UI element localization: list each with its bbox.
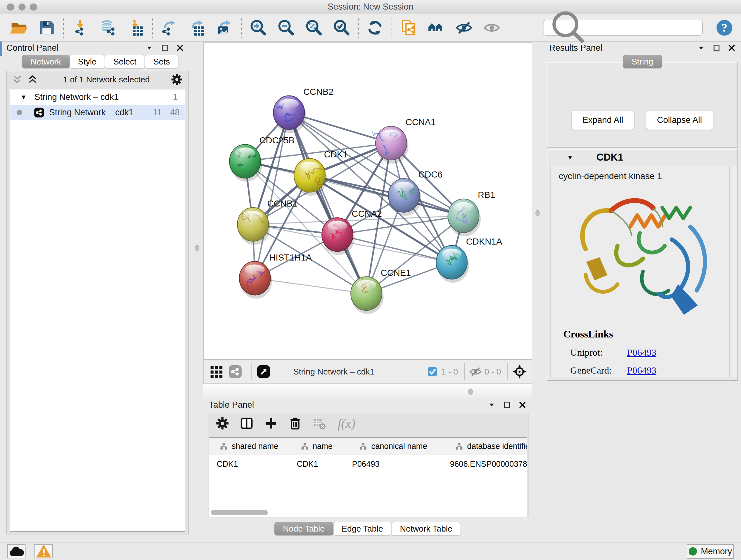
collapse-all-icon[interactable]	[12, 74, 23, 85]
first-neighbors-button[interactable]	[427, 18, 446, 37]
grid-mode-icon[interactable]	[209, 364, 223, 379]
network-share-badge-icon[interactable]	[228, 364, 243, 379]
column-header-canonical-name[interactable]: canonical name	[344, 438, 442, 455]
table-row[interactable]: CDK1CDK1P064939606.ENSP00000378699cyclin…	[209, 455, 527, 473]
import-network-from-file-button[interactable]	[71, 18, 89, 37]
cloud-button[interactable]	[7, 544, 25, 558]
node-RB1[interactable]	[448, 199, 481, 236]
zoom-out-button[interactable]	[277, 18, 295, 37]
open-session-button[interactable]	[10, 18, 28, 37]
crosslink-link[interactable]: P06493	[627, 347, 657, 358]
node-CDKN1A[interactable]	[436, 246, 469, 283]
tab-select[interactable]: Select	[105, 55, 145, 68]
warnings-button[interactable]	[35, 544, 53, 558]
node-CCNA2[interactable]	[322, 217, 354, 255]
export-network-button[interactable]	[160, 18, 179, 37]
node-CDC6[interactable]	[388, 179, 421, 216]
first-neighbors-icon	[428, 19, 445, 37]
new-network-from-selection-button[interactable]	[399, 18, 418, 37]
zoom-in-button[interactable]	[249, 18, 267, 37]
expand-all-icon[interactable]	[27, 74, 38, 85]
node-CCNB2[interactable]	[273, 96, 307, 133]
show-all-button[interactable]	[482, 18, 501, 37]
search-input[interactable]	[591, 23, 698, 33]
node-label-CCNB1: CCNB1	[267, 199, 298, 208]
panel-menu-icon[interactable]	[145, 44, 153, 52]
network-canvas[interactable]: CCNB2CCNA1CDC25BCDK1CDC6RB1CCNB1CCNA2CDK…	[203, 43, 532, 360]
tab-sets[interactable]: Sets	[145, 55, 179, 68]
table-settings-gear-icon[interactable]	[215, 416, 230, 431]
toolbar-separator	[152, 18, 153, 38]
network-row-selected[interactable]: String Network – cdk1 11 48	[10, 105, 185, 120]
zoom-fit-content-button[interactable]	[305, 18, 323, 37]
show-columns-icon[interactable]	[239, 416, 254, 431]
zoom-selected-region-button[interactable]	[332, 18, 351, 37]
tab-label: Sets	[153, 57, 170, 67]
hidden-count: 0 - 0	[484, 367, 501, 377]
network-edge-count: 48	[162, 108, 180, 118]
tab-network[interactable]: Network	[22, 55, 70, 68]
export-table-button[interactable]	[188, 18, 206, 37]
cell-name[interactable]: CDK1	[289, 455, 344, 473]
toolbar-separator	[392, 18, 392, 38]
expand-all-button[interactable]: Expand All	[571, 110, 634, 130]
node-HIST1H1A[interactable]	[239, 261, 272, 299]
cell-canonical-name[interactable]: P06493	[344, 455, 442, 473]
tab-node-table[interactable]: Node Table	[274, 522, 333, 536]
panel-float-icon[interactable]	[160, 44, 169, 52]
panel-float-icon[interactable]	[503, 401, 511, 409]
node-CCNE1[interactable]	[351, 277, 384, 314]
show-all-icon	[483, 19, 500, 37]
tab-label: Node Table	[283, 524, 325, 534]
section-collapse-icon[interactable]: ▼	[567, 153, 574, 161]
birdseye-view-icon[interactable]	[256, 364, 271, 379]
network-collection-row[interactable]: ▼ String Network – cdk1 1	[10, 89, 185, 105]
add-column-icon[interactable]	[264, 416, 278, 431]
memory-button[interactable]: Memory	[687, 544, 734, 559]
panel-float-icon[interactable]	[712, 44, 721, 52]
node-CDC25B[interactable]	[229, 144, 262, 182]
cell-database-identifier[interactable]: 9606.ENSP00000378699	[442, 455, 527, 473]
hide-selected-button[interactable]	[455, 18, 473, 37]
node-CDK1[interactable]	[294, 159, 327, 196]
collection-expand-icon[interactable]: ▼	[20, 94, 27, 101]
column-header-name[interactable]: name	[289, 438, 344, 455]
node-table[interactable]: shared namenamecanonical namedatabase id…	[209, 437, 527, 517]
tab-edge-table[interactable]: Edge Table	[333, 522, 392, 536]
results-panel: Results Panel String Expand All Collapse…	[544, 42, 741, 542]
export-image-button[interactable]	[215, 18, 234, 37]
column-header-shared-name[interactable]: shared name	[209, 438, 289, 455]
panel-close-icon[interactable]	[728, 44, 736, 52]
horizontal-splitter[interactable]	[203, 384, 532, 398]
column-header-database-identifier[interactable]: database identifier	[442, 438, 527, 455]
panel-close-icon[interactable]	[176, 44, 184, 52]
node-CCNA1[interactable]	[373, 126, 408, 164]
right-splitter-handle[interactable]	[536, 210, 540, 216]
search-box[interactable]	[543, 20, 703, 36]
crosslink-row: GeneCard:P06493	[550, 365, 730, 376]
tab-string[interactable]: String	[623, 55, 662, 68]
network-options-gear-icon[interactable]	[171, 73, 183, 86]
delete-column-icon[interactable]	[288, 416, 302, 431]
left-splitter-handle[interactable]	[195, 245, 199, 251]
node-label-RB1: RB1	[478, 190, 495, 200]
panel-menu-icon[interactable]	[488, 401, 496, 409]
horizontal-splitter-handle[interactable]	[468, 388, 473, 395]
crosshair-icon[interactable]	[512, 364, 527, 379]
crosslink-link[interactable]: P06493	[627, 365, 657, 376]
tab-style[interactable]: Style	[69, 55, 105, 68]
help-button[interactable]: ?	[716, 19, 733, 37]
collapse-all-button[interactable]: Collapse All	[646, 110, 713, 130]
table-horizontal-scrollbar[interactable]	[211, 510, 268, 515]
collection-label: String Network – cdk1	[35, 92, 119, 102]
tab-network-table[interactable]: Network Table	[391, 522, 461, 536]
cell-shared-name[interactable]: CDK1	[209, 455, 289, 473]
panel-menu-icon[interactable]	[697, 44, 705, 52]
selected-checkbox-icon[interactable]	[427, 364, 438, 379]
import-network-from-database-button[interactable]	[98, 18, 117, 37]
panel-close-icon[interactable]	[518, 401, 527, 409]
import-table-from-file-button[interactable]	[126, 18, 145, 37]
results-vertical-scrollbar[interactable]	[732, 166, 737, 377]
apply-preferred-layout-button[interactable]	[366, 18, 384, 37]
save-session-button[interactable]	[37, 18, 56, 37]
